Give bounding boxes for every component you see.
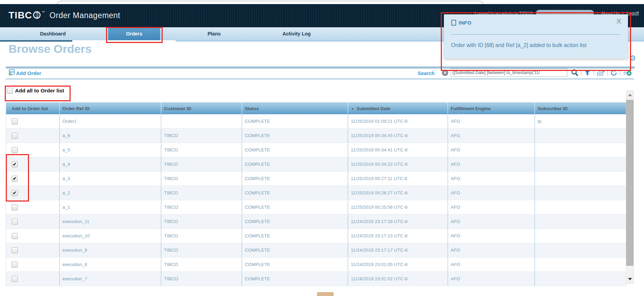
add-all-label: Add all to Order list bbox=[15, 88, 64, 94]
row-checkbox[interactable] bbox=[12, 133, 18, 139]
column-header-fulfillment-engine[interactable]: Fulfillment Engine bbox=[448, 103, 535, 115]
row-checkbox[interactable] bbox=[12, 118, 18, 124]
trademark-symbol: ™ bbox=[42, 11, 45, 14]
table-row: execution_8TIBCOCOMPLETE11/24/2019 23:01… bbox=[6, 257, 626, 272]
cell-customer-id: TIBCO bbox=[161, 186, 242, 200]
cell-order-ref-id: execution_8 bbox=[60, 257, 161, 272]
row-checkbox-checked[interactable]: ✔ bbox=[12, 176, 18, 182]
cell-submitted-date: 11/24/2019 23:17:28 UTC-8 bbox=[348, 214, 448, 229]
column-header-order-ref-id[interactable]: Order Ref ID bbox=[60, 103, 161, 115]
cell-status: COMPLETE bbox=[242, 172, 348, 186]
cell-subscriber-id bbox=[535, 272, 626, 286]
tab-dashboard[interactable]: Dashboard bbox=[32, 27, 73, 40]
cell-fulfillment-engine: AFO bbox=[448, 257, 535, 272]
scroll-up-button[interactable] bbox=[626, 91, 633, 99]
tibco-logo: TIBC ™ Order Management bbox=[9, 10, 120, 21]
cell-subscriber-id bbox=[535, 157, 626, 172]
column-header-add-to-order-list[interactable]: Add to Order list bbox=[6, 103, 60, 115]
cell-subscriber-id bbox=[535, 129, 626, 143]
cell-customer-id: TIBCO bbox=[161, 257, 242, 272]
cell-fulfillment-engine: AFO bbox=[448, 186, 535, 200]
bottom-edge-fragment bbox=[317, 292, 333, 296]
column-header-label: Order Ref ID bbox=[62, 106, 90, 111]
table-row: execution_9TIBCOCOMPLETE11/24/2019 23:17… bbox=[6, 243, 626, 257]
column-chart-icon[interactable] bbox=[596, 69, 605, 77]
cell-order-ref-id: Order1 bbox=[60, 114, 161, 129]
cell-subscriber-id bbox=[535, 229, 626, 243]
bulk-action-icon[interactable] bbox=[623, 69, 632, 77]
column-header-label: Submitted Date bbox=[357, 106, 390, 111]
row-checkbox[interactable] bbox=[12, 262, 18, 268]
cell-order-ref-id: a_1 bbox=[60, 200, 161, 214]
table-row: execution_11TIBCOCOMPLETE11/24/2019 23:1… bbox=[6, 214, 626, 229]
magnifier-icon[interactable] bbox=[571, 69, 579, 77]
tab-plans[interactable]: Plans bbox=[194, 27, 235, 40]
cell-status: COMPLETE bbox=[242, 143, 348, 157]
column-header-label: Add to Order list bbox=[12, 106, 48, 111]
scroll-down-button[interactable] bbox=[626, 275, 633, 283]
cell-status: COMPLETE bbox=[242, 214, 348, 229]
cell-order-ref-id: execution_9 bbox=[60, 243, 161, 257]
tab-orders[interactable]: Orders bbox=[108, 27, 160, 40]
orders-table: Add to Order listOrder Ref IDCustomer ID… bbox=[6, 102, 626, 286]
table-header-row: Add to Order listOrder Ref IDCustomer ID… bbox=[6, 103, 626, 115]
cell-customer-id: TIBCO bbox=[161, 129, 242, 143]
cell-customer-id: TIBCO bbox=[161, 200, 242, 214]
separator: | bbox=[581, 69, 582, 76]
table-row: a_6TIBCOCOMPLETE11/25/2019 00:34:45 UTC-… bbox=[6, 129, 626, 143]
cell-fulfillment-engine: AFO bbox=[448, 172, 535, 186]
separator: | bbox=[593, 69, 594, 76]
scrollbar-thumb[interactable] bbox=[626, 100, 633, 266]
popup-title: INFO bbox=[459, 20, 471, 26]
table-row: Order1COMPLETE11/25/2019 01:09:21 UTC-8A… bbox=[6, 114, 626, 129]
row-checkbox[interactable] bbox=[12, 233, 18, 239]
add-all-checkbox[interactable] bbox=[7, 88, 13, 94]
cell-order-ref-id: a_6 bbox=[60, 129, 161, 143]
nav-underline-dark bbox=[0, 40, 72, 42]
row-checkbox[interactable] bbox=[12, 219, 18, 225]
search-input[interactable]: ([Submitted Date] [between] to_timestamp… bbox=[451, 69, 567, 77]
cell-submitted-date: 11/25/2019 00:34:22 UTC-8 bbox=[348, 157, 448, 172]
refresh-icon[interactable] bbox=[610, 69, 618, 77]
row-checkbox-checked[interactable]: ✔ bbox=[12, 161, 18, 167]
clear-search-icon[interactable]: ✕ bbox=[442, 70, 448, 76]
row-checkbox[interactable] bbox=[12, 147, 18, 153]
gear-icon[interactable]: ⚙ bbox=[629, 54, 636, 63]
table-row: ✔a_2TIBCOCOMPLETE11/25/2019 00:26:27 UTC… bbox=[6, 186, 626, 200]
cell-submitted-date: 11/25/2019 00:34:41 UTC-8 bbox=[348, 143, 448, 157]
row-checkbox-checked[interactable]: ✔ bbox=[12, 190, 18, 196]
separator: | bbox=[619, 69, 621, 76]
vertical-scrollbar[interactable] bbox=[626, 90, 634, 284]
cell-submitted-date: 11/25/2019 00:26:27 UTC-8 bbox=[348, 186, 448, 200]
cell-order-ref-id: a_4 bbox=[60, 157, 161, 172]
popup-message: Order with ID [68] and Ref [a_2] added t… bbox=[451, 42, 623, 48]
row-checkbox[interactable] bbox=[12, 204, 18, 210]
cell-submitted-date: 11/24/2019 23:17:17 UTC-8 bbox=[348, 243, 448, 257]
column-header-subscriber-id[interactable]: Subscriber ID bbox=[535, 103, 626, 115]
separator: | bbox=[607, 69, 608, 76]
add-order-button[interactable]: Add Order bbox=[9, 69, 41, 77]
table-row: execution_10TIBCOCOMPLETE11/24/2019 23:1… bbox=[6, 229, 626, 243]
cell-submitted-date: 11/24/2019 23:01:05 UTC-8 bbox=[348, 257, 448, 272]
cell-subscriber-id bbox=[535, 143, 626, 157]
column-header-submitted-date[interactable]: ▼Submitted Date bbox=[348, 103, 448, 115]
cell-subscriber-id bbox=[535, 172, 626, 186]
cell-customer-id: TIBCO bbox=[161, 214, 242, 229]
cell-status: COMPLETE bbox=[242, 272, 348, 286]
cell-status: COMPLETE bbox=[242, 129, 348, 143]
row-checkbox[interactable] bbox=[12, 247, 18, 253]
tab-activity-log[interactable]: Activity Log bbox=[271, 27, 322, 40]
cell-order-ref-id: a_5 bbox=[60, 143, 161, 157]
row-checkbox[interactable] bbox=[12, 276, 18, 282]
cell-order-ref-id: a_3 bbox=[60, 172, 161, 186]
column-header-status[interactable]: Status bbox=[242, 103, 348, 115]
filter-funnel-icon[interactable] bbox=[584, 69, 591, 76]
cell-subscriber-id bbox=[535, 214, 626, 229]
table-row: ✔a_3TIBCOCOMPLETE11/25/2019 00:27:11 UTC… bbox=[6, 172, 626, 186]
cell-submitted-date: 11/25/2019 00:25:58 UTC-8 bbox=[348, 200, 448, 214]
column-header-customer-id[interactable]: Customer ID bbox=[161, 103, 242, 115]
logoff-link[interactable]: Logoff bbox=[627, 11, 639, 16]
close-icon[interactable]: X bbox=[616, 17, 621, 25]
cell-order-ref-id: a_2 bbox=[60, 186, 161, 200]
cell-customer-id: TIBCO bbox=[161, 172, 242, 186]
